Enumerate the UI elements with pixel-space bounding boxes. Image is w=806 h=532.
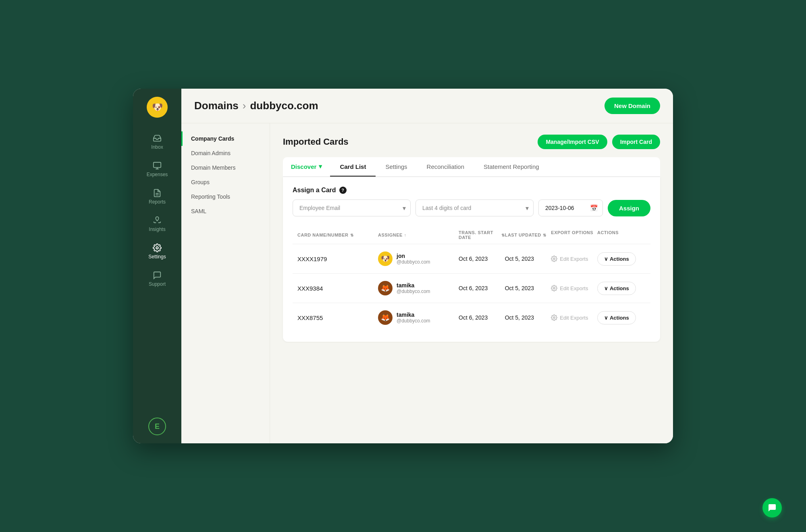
col-last-updated[interactable]: LAST UPDATED ⇅	[505, 230, 551, 240]
settings-icon	[153, 243, 162, 252]
edit-exports-label: Edit Exports	[560, 256, 588, 262]
chat-icon	[767, 503, 777, 513]
expenses-label: Expenses	[147, 172, 168, 177]
edit-exports-cell[interactable]: Edit Exports	[551, 256, 597, 262]
table-row: XXXX1979 🐶 jon @dubbyco.com Oct 6, 2023 …	[293, 244, 650, 274]
calendar-icon: 📅	[590, 204, 598, 212]
app-logo: 🐶	[147, 97, 168, 118]
actions-cell: ∨ Actions	[597, 311, 646, 324]
support-label: Support	[149, 281, 166, 287]
employee-email-select[interactable]: Employee Email	[293, 200, 411, 216]
gear-icon	[551, 256, 557, 262]
col-card-name[interactable]: CARD NAME/NUMBER ⇅	[297, 230, 378, 240]
svg-point-4	[553, 258, 555, 260]
assignee-cell: 🦊 tamika @dubbyco.com	[378, 310, 459, 325]
nav-item-domain-members[interactable]: Domain Members	[181, 160, 270, 175]
svg-point-3	[156, 247, 158, 249]
sidebar-item-insights[interactable]: Insights	[133, 212, 181, 236]
svg-point-5	[553, 287, 555, 289]
inbox-label: Inbox	[151, 144, 163, 150]
nav-item-domain-admins[interactable]: Domain Admins	[181, 146, 270, 160]
help-icon[interactable]: ?	[339, 187, 347, 194]
nav-item-groups[interactable]: Groups	[181, 175, 270, 189]
assignee-name: jon	[397, 253, 430, 259]
tab-reconciliation[interactable]: Reconciliation	[417, 158, 474, 177]
sidebar-item-expenses[interactable]: Expenses	[133, 157, 181, 181]
sort-icon: ⇅	[350, 233, 354, 237]
avatar: 🐶	[378, 251, 393, 266]
chat-bubble[interactable]	[762, 498, 782, 517]
table-row: XXX8755 🦊 tamika @dubbyco.com Oct 6, 202…	[293, 303, 650, 332]
sidebar-item-support[interactable]: Support	[133, 267, 181, 291]
sidebar-item-inbox[interactable]: Inbox	[133, 130, 181, 154]
nav-item-saml[interactable]: SAML	[181, 204, 270, 218]
assignee-info: jon @dubbyco.com	[397, 253, 430, 265]
col-trans-start[interactable]: TRANS. START DATE ⇅	[459, 230, 505, 240]
assignee-email: @dubbyco.com	[397, 289, 430, 294]
actions-button[interactable]: ∨ Actions	[597, 311, 636, 324]
manage-csv-button[interactable]: Manage/Import CSV	[538, 135, 607, 149]
breadcrumb-current: dubbyco.com	[250, 100, 318, 112]
assign-card-title: Assign a Card ?	[293, 187, 650, 194]
assignee-info: tamika @dubbyco.com	[397, 312, 430, 324]
breadcrumb-separator: ›	[243, 100, 246, 112]
table-header: CARD NAME/NUMBER ⇅ ASSIGNEE ↑ TRANS. STA…	[293, 226, 650, 244]
card-number-cell: XXX9384	[297, 285, 378, 292]
edit-exports-cell[interactable]: Edit Exports	[551, 285, 597, 291]
page-title: Imported Cards	[283, 137, 349, 147]
actions-cell: ∨ Actions	[597, 252, 646, 266]
tabs-container: Discover ▾ Card List Settings Reconcilia…	[283, 157, 660, 177]
sidebar-item-reports[interactable]: Reports	[133, 185, 181, 209]
main-content: Domains › dubbyco.com New Domain Company…	[181, 89, 673, 443]
user-badge[interactable]: E	[148, 418, 166, 435]
edit-exports-cell[interactable]: Edit Exports	[551, 314, 597, 321]
assignee-email: @dubbyco.com	[397, 259, 430, 265]
trans-start-cell: Oct 6, 2023	[459, 314, 505, 321]
actions-button[interactable]: ∨ Actions	[597, 252, 636, 266]
card-panel: Assign a Card ? Employee Email ▾	[283, 177, 660, 342]
edit-exports-label: Edit Exports	[560, 285, 588, 291]
svg-rect-0	[154, 162, 161, 168]
last4-select[interactable]: Last 4 digits of card	[415, 200, 534, 216]
left-nav: Company Cards Domain Admins Domain Membe…	[181, 123, 270, 443]
last-updated-cell: Oct 5, 2023	[505, 256, 551, 262]
expenses-icon	[153, 161, 162, 170]
actions-cell: ∨ Actions	[597, 282, 646, 295]
nav-item-company-cards[interactable]: Company Cards	[181, 131, 270, 146]
trans-start-cell: Oct 6, 2023	[459, 285, 505, 291]
chevron-down-icon: ∨	[604, 256, 608, 262]
gear-icon	[551, 285, 557, 291]
last-updated-cell: Oct 5, 2023	[505, 314, 551, 321]
assignee-name: tamika	[397, 282, 430, 289]
col-export-options: EXPORT OPTIONS	[551, 230, 597, 240]
inbox-icon	[153, 134, 162, 143]
page-actions: Manage/Import CSV Import Card	[538, 135, 660, 149]
header: Domains › dubbyco.com New Domain	[181, 89, 673, 123]
tab-card-list[interactable]: Card List	[330, 158, 376, 177]
assignee-name: tamika	[397, 312, 430, 318]
avatar: 🦊	[378, 310, 393, 325]
trans-start-cell: Oct 6, 2023	[459, 256, 505, 262]
col-assignee[interactable]: ASSIGNEE ↑	[378, 230, 459, 240]
import-card-button[interactable]: Import Card	[612, 135, 660, 149]
sidebar: 🐶 Inbox Expenses Repor	[133, 89, 181, 443]
assignee-cell: 🦊 tamika @dubbyco.com	[378, 281, 459, 295]
svg-point-6	[553, 317, 555, 318]
chevron-down-icon: ∨	[604, 315, 608, 321]
assign-inputs: Employee Email ▾ Last 4 digits of card ▾	[293, 200, 650, 216]
tab-statement-reporting[interactable]: Statement Reporting	[474, 158, 549, 177]
assignee-cell: 🐶 jon @dubbyco.com	[378, 251, 459, 266]
assign-card-section: Assign a Card ? Employee Email ▾	[293, 187, 650, 216]
reports-label: Reports	[149, 199, 166, 205]
actions-button[interactable]: ∨ Actions	[597, 282, 636, 295]
tab-settings[interactable]: Settings	[376, 158, 417, 177]
insights-icon	[153, 216, 162, 225]
tab-discover[interactable]: Discover ▾	[283, 157, 330, 177]
new-domain-button[interactable]: New Domain	[604, 98, 660, 114]
support-icon	[153, 271, 162, 280]
reports-icon	[153, 189, 162, 197]
nav-item-reporting-tools[interactable]: Reporting Tools	[181, 189, 270, 204]
sidebar-item-settings[interactable]: Settings	[133, 239, 181, 264]
assign-button[interactable]: Assign	[608, 200, 650, 216]
sidebar-nav: Inbox Expenses Reports Ins	[133, 130, 181, 291]
